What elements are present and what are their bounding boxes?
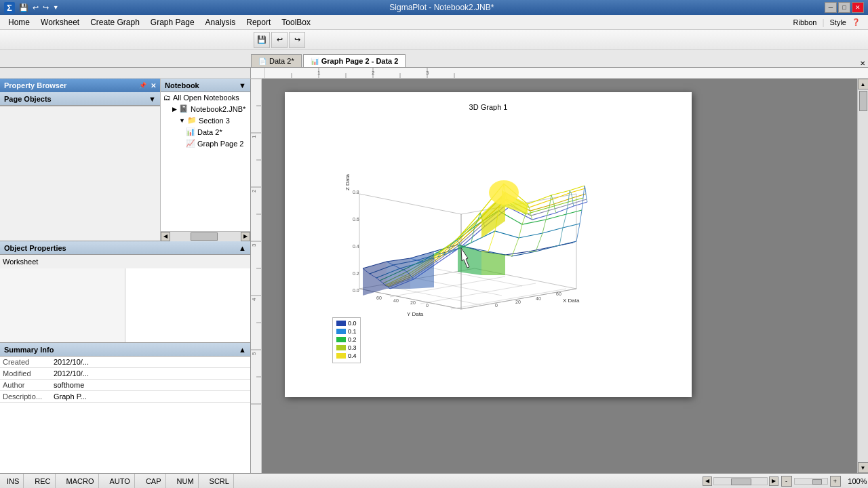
toolbar-redo-btn[interactable]: ↪ xyxy=(289,32,305,48)
page-objects-collapse-btn[interactable]: ▼ xyxy=(149,95,156,103)
menu-worksheet[interactable]: Worksheet xyxy=(35,16,85,28)
status-rec: REC xyxy=(31,474,55,488)
svg-text:1: 1 xyxy=(317,70,321,76)
summary-info-section: Summary Info ▲ Created 2012/10/... Modif… xyxy=(0,343,250,473)
property-browser-close[interactable]: ✕ xyxy=(151,82,156,89)
tree-icon-graphpage2: 📈 xyxy=(186,139,195,148)
tab-graph-page[interactable]: 📊 Graph Page 2 - Data 2 xyxy=(303,54,406,67)
hscroll-track[interactable] xyxy=(170,232,241,241)
property-browser-title: Property Browser xyxy=(4,81,66,89)
object-properties-header: Object Properties ▲ xyxy=(0,241,250,255)
legend-color-3 xyxy=(336,345,346,350)
tree-notebook2[interactable]: ▶ 📓 Notebook2.JNB* xyxy=(161,103,250,115)
summary-row-modified: Modified 2012/10/... xyxy=(0,368,250,380)
window-title: SigmaPlot - Notebook2.JNB* xyxy=(389,3,494,12)
summary-label-author: Author xyxy=(0,380,51,390)
summary-label-description: Descriptio... xyxy=(0,391,51,402)
hscroll-thumb[interactable] xyxy=(191,232,218,241)
menu-create-graph[interactable]: Create Graph xyxy=(85,16,145,28)
tree-graphpage2[interactable]: 📈 Graph Page 2 xyxy=(161,138,250,149)
tree-data2[interactable]: 📊 Data 2* xyxy=(161,126,250,138)
menu-home[interactable]: Home xyxy=(3,16,35,28)
status-cap: CAP xyxy=(142,474,166,488)
svg-text:X Data: X Data xyxy=(563,298,580,304)
svg-text:5: 5 xyxy=(251,352,257,355)
ribbon-help-btn[interactable]: ❓ xyxy=(852,18,860,26)
zoom-in-btn[interactable]: + xyxy=(830,476,841,487)
zoom-track[interactable] xyxy=(794,478,828,485)
svg-marker-56 xyxy=(363,262,387,296)
hscroll-left-btn[interactable]: ◀ xyxy=(161,232,170,241)
bottom-hscroll-left-btn[interactable]: ◀ xyxy=(703,476,712,486)
notebook-tree: 🗂 All Open Notebooks ▶ 📓 Notebook2.JNB* … xyxy=(161,92,250,231)
summary-row-created: Created 2012/10/... xyxy=(0,357,250,368)
menu-report[interactable]: Report xyxy=(241,16,276,28)
legend-color-1 xyxy=(336,329,346,334)
object-properties-value: Worksheet xyxy=(3,258,38,266)
toolbar-save-btn[interactable]: 💾 xyxy=(254,32,270,48)
tree-all-notebooks[interactable]: 🗂 All Open Notebooks xyxy=(161,92,250,103)
quick-save-btn[interactable]: 💾 xyxy=(19,3,28,12)
bottom-hscroll-track[interactable] xyxy=(713,477,768,485)
restore-btn[interactable]: □ xyxy=(838,2,850,13)
menu-graph-page[interactable]: Graph Page xyxy=(145,16,200,28)
tree-section3[interactable]: ▼ 📁 Section 3 xyxy=(161,115,250,126)
notebook-hscroll[interactable]: ◀ ▶ xyxy=(161,231,250,241)
object-properties-content: Worksheet xyxy=(0,255,250,268)
bottom-hscroll-thumb[interactable] xyxy=(731,479,751,485)
menu-analysis[interactable]: Analysis xyxy=(200,16,241,28)
tab-panel-close-btn[interactable]: ✕ xyxy=(860,60,865,67)
tree-icon-data2: 📊 xyxy=(186,127,195,136)
tree-arrow-section3: ▼ xyxy=(179,117,185,124)
bottom-hscroll-right-btn[interactable]: ▶ xyxy=(769,476,778,486)
toolbar: 💾 ↩ ↪ xyxy=(0,30,868,50)
quick-undo-btn[interactable]: ↩ xyxy=(33,3,39,12)
page-objects-header: Page Objects ▼ xyxy=(0,92,160,106)
close-btn[interactable]: ✕ xyxy=(852,2,864,13)
summary-info-collapse-btn[interactable]: ▲ xyxy=(239,346,246,354)
tab-data2[interactable]: 📄 Data 2* xyxy=(251,54,302,67)
svg-text:20: 20 xyxy=(410,300,416,305)
prop-grid-col2 xyxy=(125,268,250,342)
legend-color-2 xyxy=(336,337,346,342)
status-ins: INS xyxy=(3,474,24,488)
zoom-out-btn[interactable]: - xyxy=(781,476,792,487)
summary-label-created: Created xyxy=(0,357,51,367)
property-browser-pin[interactable]: 📌 xyxy=(139,82,146,89)
summary-value-author: softhome xyxy=(51,380,250,390)
svg-marker-57 xyxy=(387,258,410,289)
notebook-collapse-btn[interactable]: ▼ xyxy=(239,81,246,89)
menu-toolbox[interactable]: ToolBox xyxy=(276,16,316,28)
vscroll-thumb[interactable] xyxy=(859,91,867,111)
object-properties-collapse-btn[interactable]: ▲ xyxy=(239,244,246,252)
toolbar-undo-btn[interactable]: ↩ xyxy=(271,32,288,48)
quick-dropdown-btn[interactable]: ▼ xyxy=(53,4,59,11)
notebook-header: Notebook ▼ xyxy=(161,79,250,92)
tab-bar: 📄 Data 2* 📊 Graph Page 2 - Data 2 ✕ xyxy=(0,50,868,68)
graph-area[interactable]: Z Data 0.8 0.6 0.4 0.2 0.0 X Data 60 40 … xyxy=(326,126,597,316)
property-browser-panel: Property Browser 📌 ✕ Page Objects ▼ xyxy=(0,79,161,241)
graph-legend: 0.0 0.1 0.2 0.3 xyxy=(332,317,361,363)
quick-redo-btn[interactable]: ↪ xyxy=(43,3,49,12)
svg-line-52 xyxy=(451,289,566,309)
vscroll-up-btn[interactable]: ▲ xyxy=(858,79,869,89)
minimize-btn[interactable]: ─ xyxy=(825,2,837,13)
ruler-horizontal: 1 2 3 4 5 6 7 8 xyxy=(251,68,868,79)
vscroll-down-btn[interactable]: ▼ xyxy=(858,462,869,473)
svg-text:4: 4 xyxy=(251,298,257,301)
summary-info-title: Summary Info xyxy=(4,346,54,354)
summary-value-created: 2012/10/... xyxy=(51,357,250,367)
ribbon-sep: | xyxy=(822,18,824,27)
hscroll-right-btn[interactable]: ▶ xyxy=(241,232,250,241)
graph-svg: Z Data 0.8 0.6 0.4 0.2 0.0 X Data 60 40 … xyxy=(326,126,610,323)
status-macro: MACRO xyxy=(62,474,99,488)
vscroll-track[interactable] xyxy=(858,89,868,462)
legend-label-2: 0.2 xyxy=(348,336,357,343)
vertical-scrollbar[interactable]: ▲ ▼ xyxy=(857,79,868,473)
svg-text:1: 1 xyxy=(251,135,257,138)
object-properties-title: Object Properties xyxy=(4,244,66,252)
menu-bar: Home Worksheet Create Graph Graph Page A… xyxy=(0,15,868,30)
zoom-thumb[interactable] xyxy=(812,479,822,485)
notebook-panel: Notebook ▼ 🗂 All Open Notebooks ▶ 📓 xyxy=(161,79,250,241)
object-properties-section: Object Properties ▲ Worksheet xyxy=(0,241,250,343)
